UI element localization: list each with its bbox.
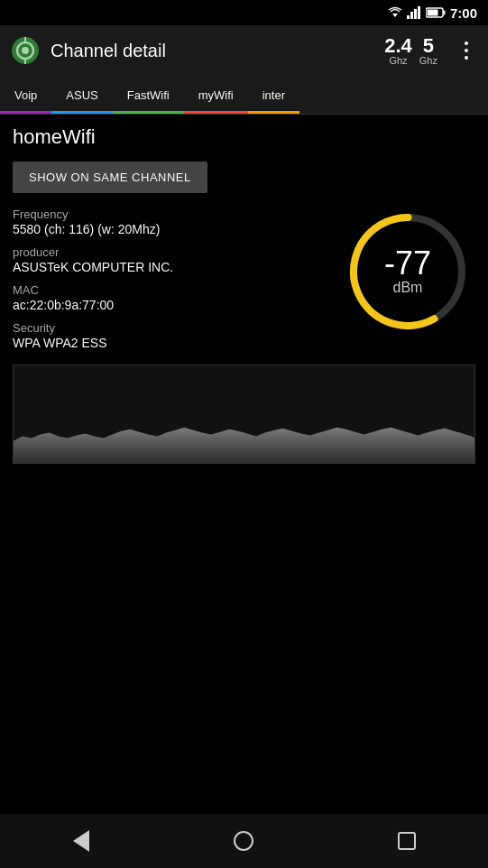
bottom-navigation — [0, 814, 488, 868]
svg-rect-1 — [407, 15, 410, 19]
svg-rect-6 — [427, 10, 437, 16]
svg-rect-7 — [443, 11, 445, 15]
gauge-text: -77 dBm — [384, 247, 431, 296]
signal-gauge: -77 dBm — [340, 204, 475, 339]
tabs-container: Voip ASUS FastWifi myWifi inter — [0, 76, 488, 115]
frequency-value: 5580 (ch: 116) (w: 20Mhz) — [13, 222, 326, 236]
tab-inter[interactable]: inter — [248, 76, 299, 114]
wifi-icon — [388, 6, 402, 19]
battery-icon — [426, 7, 446, 18]
info-section: Frequency 5580 (ch: 116) (w: 20Mhz) prod… — [13, 208, 326, 350]
freq-2.4-number: 2.4 — [384, 36, 412, 56]
signal-unit: dBm — [384, 280, 431, 296]
producer-label: producer — [13, 245, 326, 259]
svg-rect-4 — [418, 6, 420, 19]
home-icon — [234, 831, 253, 851]
frequency-label: Frequency — [13, 208, 326, 221]
tab-fastwifi[interactable]: FastWifi — [113, 76, 184, 114]
freq-5-number: 5 — [423, 36, 434, 56]
svg-rect-2 — [410, 12, 413, 19]
back-button[interactable] — [54, 823, 108, 859]
svg-rect-3 — [414, 9, 417, 19]
back-icon — [73, 830, 89, 852]
overflow-menu-button[interactable] — [456, 40, 477, 61]
signal-icon — [407, 6, 421, 19]
svg-marker-0 — [392, 14, 398, 17]
app-logo — [11, 36, 40, 65]
tab-asus[interactable]: ASUS — [51, 76, 112, 114]
freq-2.4-unit: Ghz — [389, 56, 407, 66]
signal-value: -77 — [384, 247, 431, 280]
home-button[interactable] — [216, 823, 271, 859]
security-label: Security — [13, 321, 326, 335]
main-content: Frequency 5580 (ch: 116) (w: 20Mhz) prod… — [0, 208, 488, 350]
chart-svg — [14, 365, 474, 463]
svg-point-10 — [22, 47, 29, 54]
toolbar: Channel detail 2.4 Ghz 5 Ghz — [0, 25, 488, 76]
show-on-same-channel-button[interactable]: SHOW ON SAME CHANNEL — [13, 162, 207, 193]
freq-5-unit: Ghz — [419, 56, 437, 66]
status-bar: 7:00 — [0, 0, 488, 25]
status-time: 7:00 — [450, 5, 477, 21]
security-value: WPA WPA2 ESS — [13, 336, 326, 350]
mac-value: ac:22:0b:9a:77:00 — [13, 298, 326, 312]
tab-voip[interactable]: Voip — [0, 76, 51, 114]
tab-mywifi[interactable]: myWifi — [184, 76, 248, 114]
frequency-selector: 2.4 Ghz 5 Ghz — [384, 36, 437, 66]
freq-5-button[interactable]: 5 Ghz — [419, 36, 437, 66]
network-name: homeWifi — [0, 115, 488, 152]
mac-label: MAC — [13, 283, 326, 297]
recents-icon — [398, 832, 416, 850]
toolbar-title: Channel detail — [51, 41, 373, 61]
signal-chart — [13, 365, 475, 464]
producer-value: ASUSTeK COMPUTER INC. — [13, 260, 326, 274]
freq-2.4-button[interactable]: 2.4 Ghz — [384, 36, 412, 66]
recents-button[interactable] — [380, 823, 434, 859]
status-icons: 7:00 — [388, 5, 477, 21]
